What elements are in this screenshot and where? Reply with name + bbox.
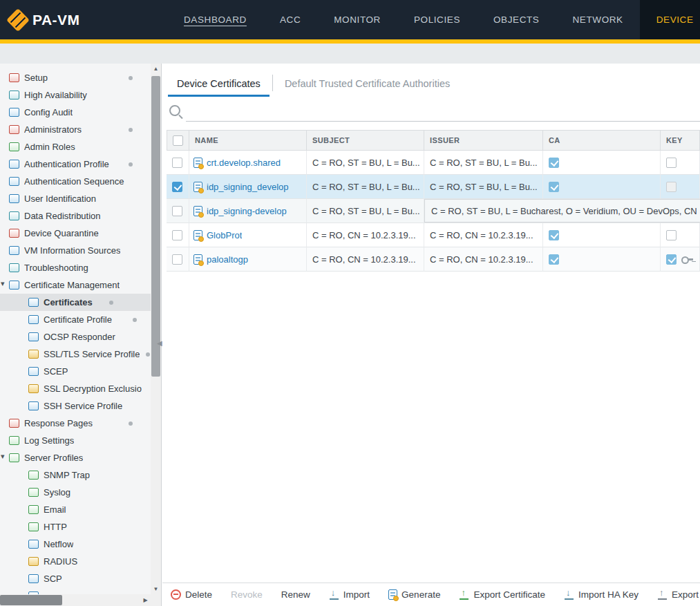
nav-tab-acc[interactable]: ACC (263, 0, 317, 39)
key-checkbox[interactable] (666, 254, 677, 265)
sidebar-item-scep[interactable]: SCEP (0, 363, 151, 380)
sidebar-item-admin-roles[interactable]: Admin Roles (0, 138, 151, 155)
vm-information-sources-icon (9, 246, 19, 255)
certificate-name-link[interactable]: crt.develop.shared (207, 158, 281, 168)
issuer-cell: C = RO, CN = 10.2.3.19... (424, 247, 543, 272)
key-checkbox[interactable] (666, 182, 677, 192)
table-row[interactable]: crt.develop.shared C = RO, ST = BU, L = … (167, 151, 700, 175)
nav-tab-objects[interactable]: OBJECTS (477, 0, 556, 39)
row-checkbox[interactable] (172, 158, 182, 168)
certificate-name-link[interactable]: idp_signing_develop (207, 182, 289, 192)
import-ha-key-button[interactable]: Import HA Key (564, 589, 638, 600)
subject-cell: C = RO, ST = BU, L = Bu... (307, 175, 424, 199)
horizontal-scroll-thumb[interactable] (0, 595, 62, 605)
sidebar-item-http[interactable]: HTTP (0, 518, 151, 536)
sidebar-item-certificates[interactable]: Certificates (0, 294, 151, 311)
sidebar-item-log-settings[interactable]: Log Settings (0, 432, 151, 449)
row-checkbox[interactable] (172, 254, 182, 265)
ca-checkbox[interactable] (549, 254, 559, 265)
certificate-name-link[interactable]: idp_signing-develop (207, 206, 287, 216)
certificate-name-link[interactable]: GlobProt (207, 230, 242, 240)
sidebar-item-authentication-profile[interactable]: Authentication Profile (0, 155, 151, 173)
select-all-checkbox[interactable] (173, 135, 183, 146)
column-header-subject[interactable]: SUBJECT (307, 130, 424, 151)
column-header-issuer[interactable]: ISSUER (424, 130, 543, 151)
search-input[interactable] (186, 104, 700, 122)
ca-checkbox[interactable] (549, 158, 559, 168)
table-row[interactable]: idp_signing-develop C = RO, ST = BU, L =… (167, 199, 700, 223)
revoke-button[interactable]: Revoke (231, 589, 263, 600)
sidebar-item-authentication-sequence[interactable]: Authentication Sequence (0, 173, 151, 190)
sidebar-item-high-availability[interactable]: High Availability (0, 86, 151, 104)
nav-tab-device[interactable]: DEVICE (640, 0, 700, 39)
sidebar-item-certificate-profile[interactable]: Certificate Profile (0, 311, 151, 328)
sidebar-item-netflow[interactable]: Netflow (0, 536, 151, 553)
sidebar-item-vm-information-sources[interactable]: VM Information Sources (0, 242, 151, 259)
sidebar-item-ssl-decryption-exclusion[interactable]: SSL Decryption Exclusio (0, 380, 151, 397)
administrators-icon (9, 125, 19, 134)
scp-icon (28, 574, 39, 583)
sidebar-item-config-audit[interactable]: Config Audit (0, 104, 151, 121)
vertical-scroll-thumb[interactable] (151, 76, 160, 377)
import-button[interactable]: Import (329, 589, 370, 600)
key-checkbox[interactable] (666, 230, 677, 240)
sidebar-item-server-profiles[interactable]: Server Profiles (0, 449, 151, 466)
sidebar-item-setup[interactable]: Setup (0, 69, 151, 86)
table-row[interactable]: paloaltogp C = RO, CN = 10.2.3.19... C =… (167, 247, 700, 272)
sidebar-item-radius[interactable]: RADIUS (0, 553, 151, 570)
sidebar-item-troubleshooting[interactable]: Troubleshooting (0, 259, 151, 276)
sidebar-item-response-pages[interactable]: Response Pages (0, 415, 151, 432)
scroll-right-arrow-icon[interactable] (140, 594, 151, 606)
table-row[interactable]: GlobProt C = RO, CN = 10.2.3.19... C = R… (167, 223, 700, 247)
nav-tab-dashboard[interactable]: DASHBOARD (167, 0, 263, 39)
snmp-trap-icon (28, 471, 39, 480)
delete-button[interactable]: Delete (171, 589, 212, 600)
key-checkbox[interactable] (666, 158, 677, 168)
sidebar-item-syslog[interactable]: Syslog (0, 484, 151, 501)
device-sidebar: Setup High Availability Config Audit Adm… (0, 64, 162, 606)
status-dot (146, 352, 150, 357)
sidebar-item-certificate-management[interactable]: Certificate Management (0, 276, 151, 294)
export-certificate-button[interactable]: Export Certificate (459, 589, 545, 600)
sidebar-vertical-scrollbar[interactable] (151, 64, 161, 594)
logo: PA-VM (10, 0, 113, 39)
user-identification-icon (9, 194, 19, 203)
row-checkbox[interactable] (172, 230, 182, 240)
generate-button[interactable]: Generate (388, 589, 440, 600)
issuer-cell: C = RO, ST = BU, L = Bucharest, O = Veri… (424, 199, 543, 223)
certificate-name-link[interactable]: paloaltogp (207, 254, 248, 265)
table-row[interactable]: idp_signing_develop C = RO, ST = BU, L =… (167, 175, 700, 199)
export-ha-key-button[interactable]: Export (657, 589, 699, 600)
nav-tab-policies[interactable]: POLICIES (397, 0, 477, 39)
scroll-down-arrow-icon[interactable] (151, 584, 161, 594)
sidebar-item-partial[interactable] (0, 587, 151, 594)
sidebar-item-user-identification[interactable]: User Identification (0, 190, 151, 207)
sidebar-item-ocsp-responder[interactable]: OCSP Responder (0, 328, 151, 345)
sidebar-item-scp[interactable]: SCP (0, 570, 151, 587)
certificate-icon (193, 254, 202, 265)
sidebar-item-administrators[interactable]: Administrators (0, 121, 151, 138)
tab-default-trusted-certificate-authorities[interactable]: Default Trusted Certificate Authorities (276, 78, 459, 97)
nav-tab-monitor[interactable]: MONITOR (317, 0, 397, 39)
row-checkbox[interactable] (172, 206, 182, 216)
row-checkbox[interactable] (172, 182, 182, 192)
scroll-up-arrow-icon[interactable] (151, 64, 161, 74)
column-header-key[interactable]: KEY (661, 130, 700, 151)
sidebar-item-snmp-trap[interactable]: SNMP Trap (0, 466, 151, 484)
sidebar-item-ssl-tls-service-profile[interactable]: SSL/TLS Service Profile (0, 345, 151, 363)
ca-checkbox[interactable] (549, 230, 559, 240)
sidebar-item-device-quarantine[interactable]: Device Quarantine (0, 225, 151, 242)
sidebar-item-email[interactable]: Email (0, 501, 151, 518)
sidebar-item-data-redistribution[interactable]: Data Redistribution (0, 207, 151, 225)
sidebar-horizontal-scrollbar[interactable] (0, 594, 151, 606)
column-header-name[interactable]: NAME (189, 130, 307, 151)
chevron-down-icon[interactable] (1, 279, 8, 290)
tab-device-certificates[interactable]: Device Certificates (168, 78, 269, 97)
ca-checkbox[interactable] (549, 182, 559, 192)
chevron-down-icon[interactable] (1, 452, 8, 463)
nav-tab-network[interactable]: NETWORK (556, 0, 639, 39)
column-header-ca[interactable]: CA (543, 130, 661, 151)
certificate-management-icon (9, 281, 19, 290)
sidebar-item-ssh-service-profile[interactable]: SSH Service Profile (0, 397, 151, 415)
renew-button[interactable]: Renew (281, 589, 310, 600)
